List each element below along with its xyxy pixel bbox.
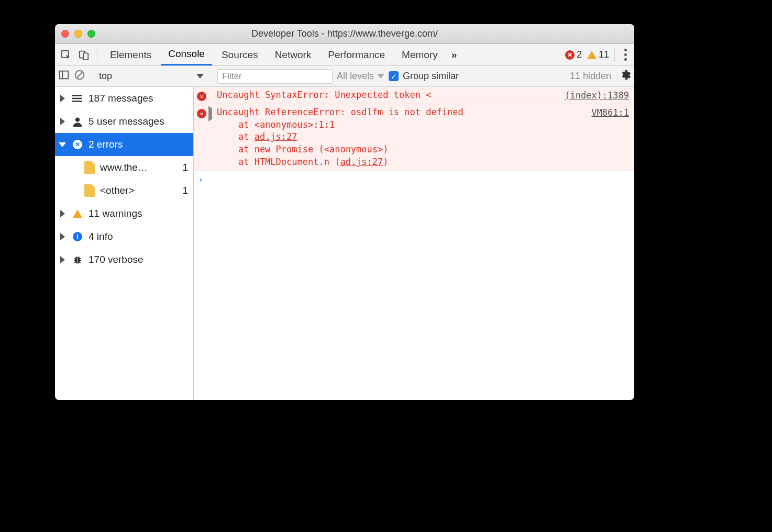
warning-count: 11 bbox=[599, 49, 609, 60]
debug-icon bbox=[72, 254, 83, 265]
sidebar-subitem-label: www.the… bbox=[100, 162, 177, 173]
message-source-link[interactable]: VM861:1 bbox=[587, 106, 629, 169]
message-text: Uncaught ReferenceError: osdlfm is not d… bbox=[217, 106, 587, 169]
console-prompt[interactable]: › bbox=[194, 171, 634, 188]
expand-icon bbox=[60, 233, 65, 240]
chevron-down-icon bbox=[377, 74, 384, 79]
sidebar-item-label: 170 verbose bbox=[89, 254, 144, 265]
group-similar-checkbox[interactable]: ✓ bbox=[389, 71, 399, 81]
info-icon: i bbox=[72, 232, 83, 241]
tab-network[interactable]: Network bbox=[268, 44, 319, 65]
context-value: top bbox=[99, 71, 112, 82]
console-body: 187 messages 5 user messages ✕ 2 errors … bbox=[55, 87, 634, 400]
sidebar-item-user-messages[interactable]: 5 user messages bbox=[55, 110, 193, 133]
expand-icon bbox=[60, 95, 65, 102]
sidebar-item-label: 2 errors bbox=[89, 139, 123, 150]
sidebar-item-warnings[interactable]: 11 warnings bbox=[55, 202, 193, 225]
levels-label: All levels bbox=[337, 71, 374, 82]
message-source-link[interactable]: (index):1389 bbox=[560, 89, 629, 102]
toggle-sidebar-icon[interactable] bbox=[58, 69, 70, 83]
console-messages: ✕ Uncaught SyntaxError: Unexpected token… bbox=[194, 87, 634, 400]
collapse-icon bbox=[59, 142, 66, 147]
sidebar-subitem-error-source[interactable]: <other> 1 bbox=[55, 179, 193, 202]
sidebar-item-label: 5 user messages bbox=[89, 116, 164, 127]
expand-icon bbox=[60, 256, 65, 263]
message-text: Uncaught SyntaxError: Unexpected token < bbox=[217, 89, 560, 102]
user-icon bbox=[72, 116, 83, 127]
console-error-message[interactable]: ✕ Uncaught SyntaxError: Unexpected token… bbox=[194, 87, 634, 104]
error-icon: ✕ bbox=[197, 109, 206, 118]
inspect-element-icon[interactable] bbox=[58, 47, 74, 63]
sidebar-subitem-label: <other> bbox=[100, 185, 177, 196]
sidebar-item-label: 4 info bbox=[89, 231, 113, 242]
list-icon bbox=[72, 94, 83, 103]
tab-performance[interactable]: Performance bbox=[321, 44, 392, 65]
error-count-badge[interactable]: ✕ 2 bbox=[565, 49, 582, 60]
expand-icon bbox=[60, 210, 65, 217]
sidebar-item-verbose[interactable]: 170 verbose bbox=[55, 248, 193, 271]
svg-point-10 bbox=[72, 95, 72, 96]
tab-sources[interactable]: Sources bbox=[214, 44, 266, 65]
tabs-overflow-button[interactable]: » bbox=[447, 44, 461, 65]
svg-rect-2 bbox=[83, 53, 88, 60]
filter-input[interactable] bbox=[217, 69, 333, 84]
close-window-button[interactable] bbox=[61, 30, 69, 38]
sidebar-item-info[interactable]: i 4 info bbox=[55, 225, 193, 248]
sidebar-subitem-error-source[interactable]: www.the… 1 bbox=[55, 156, 193, 179]
window-title: Developer Tools - https://www.theverge.c… bbox=[55, 28, 634, 39]
sidebar-item-messages[interactable]: 187 messages bbox=[55, 87, 193, 110]
devtools-tabs: Elements Console Sources Network Perform… bbox=[55, 44, 634, 66]
file-icon bbox=[84, 161, 95, 174]
svg-point-11 bbox=[72, 98, 72, 99]
tab-memory[interactable]: Memory bbox=[394, 44, 445, 65]
titlebar: Developer Tools - https://www.theverge.c… bbox=[55, 24, 634, 44]
console-sidebar: 187 messages 5 user messages ✕ 2 errors … bbox=[55, 87, 194, 400]
sidebar-item-label: 11 warnings bbox=[89, 208, 142, 219]
error-icon: ✕ bbox=[565, 50, 575, 60]
more-menu-button[interactable] bbox=[620, 49, 631, 61]
error-count: 2 bbox=[577, 49, 582, 60]
expand-icon[interactable] bbox=[208, 106, 212, 121]
sidebar-item-errors[interactable]: ✕ 2 errors bbox=[55, 133, 193, 156]
sidebar-item-label: 187 messages bbox=[89, 93, 153, 104]
svg-line-6 bbox=[77, 72, 83, 78]
settings-gear-icon[interactable] bbox=[620, 69, 631, 83]
context-selector[interactable]: top bbox=[94, 69, 209, 84]
console-toolbar: top All levels ✓ Group similar 11 hidden bbox=[55, 66, 634, 87]
expand-icon bbox=[60, 118, 65, 125]
levels-selector[interactable]: All levels bbox=[337, 71, 384, 82]
zoom-window-button[interactable] bbox=[87, 30, 95, 38]
minimize-window-button[interactable] bbox=[74, 30, 82, 38]
group-similar-label: Group similar bbox=[403, 71, 459, 82]
sidebar-subitem-count: 1 bbox=[182, 162, 188, 173]
clear-console-icon[interactable] bbox=[74, 69, 85, 83]
hidden-count[interactable]: 11 hidden bbox=[570, 71, 611, 82]
devtools-window: Developer Tools - https://www.theverge.c… bbox=[55, 24, 634, 400]
device-toolbar-icon[interactable] bbox=[76, 47, 92, 63]
traffic-lights bbox=[61, 30, 95, 38]
chevron-down-icon bbox=[196, 74, 204, 79]
console-error-message[interactable]: ✕ Uncaught ReferenceError: osdlfm is not… bbox=[194, 104, 634, 171]
tab-console[interactable]: Console bbox=[161, 44, 212, 65]
separator bbox=[614, 48, 615, 62]
warning-icon bbox=[72, 209, 83, 218]
source-link[interactable]: ad.js:27 bbox=[340, 157, 383, 167]
svg-point-13 bbox=[75, 118, 80, 122]
sidebar-subitem-count: 1 bbox=[182, 185, 188, 196]
source-link[interactable]: ad.js:27 bbox=[255, 131, 297, 142]
warning-icon bbox=[587, 51, 597, 59]
separator bbox=[97, 48, 97, 62]
error-icon: ✕ bbox=[197, 92, 206, 101]
tab-elements[interactable]: Elements bbox=[103, 44, 159, 65]
error-icon: ✕ bbox=[72, 140, 83, 149]
svg-point-12 bbox=[72, 101, 72, 102]
svg-rect-3 bbox=[60, 71, 69, 79]
file-icon bbox=[84, 184, 95, 197]
warning-count-badge[interactable]: 11 bbox=[587, 49, 609, 60]
